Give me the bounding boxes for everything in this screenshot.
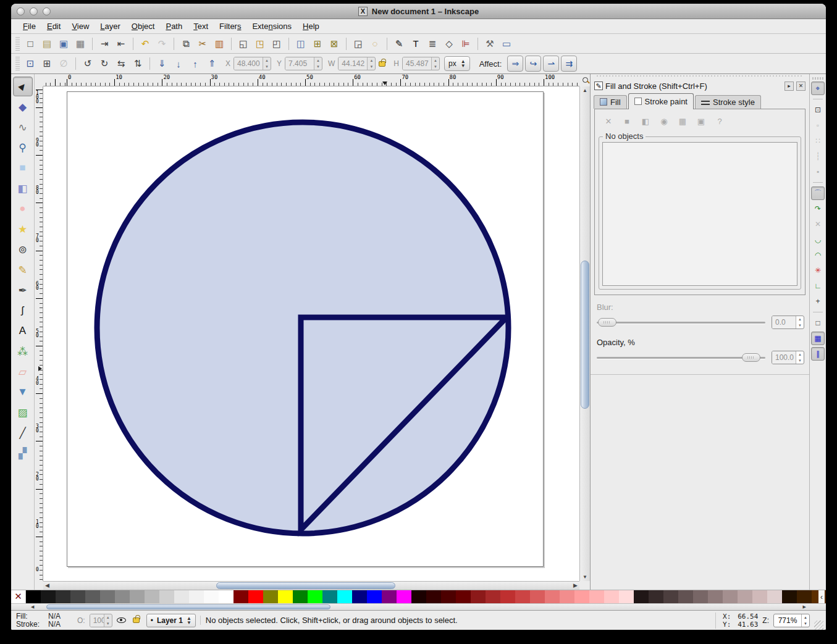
snap-page-border-toggle[interactable]: □: [811, 316, 825, 330]
duplicate-icon[interactable]: ◫: [293, 36, 309, 52]
palette-swatch[interactable]: [456, 590, 471, 603]
create-clone-icon[interactable]: ⊞: [309, 36, 326, 52]
opacity-slider[interactable]: [597, 353, 765, 362]
deselect-icon[interactable]: ∅: [56, 56, 72, 72]
drawing-canvas[interactable]: [43, 86, 579, 581]
lower-to-bottom-icon[interactable]: ⇓: [154, 56, 170, 72]
palette-swatch[interactable]: [515, 590, 530, 603]
palette-swatch[interactable]: [797, 590, 812, 603]
palette-swatch[interactable]: [619, 590, 634, 603]
palette-swatch[interactable]: [500, 590, 515, 603]
rotate-ccw-icon[interactable]: ↺: [80, 56, 96, 72]
horizontal-scrollbar[interactable]: ◀ ▶: [43, 581, 579, 590]
horizontal-scrollbar-thumb[interactable]: [216, 582, 395, 589]
layer-select[interactable]: • Layer 1 ▲▼: [146, 614, 196, 627]
scroll-down-arrow[interactable]: ▼: [580, 574, 590, 580]
pattern-button[interactable]: ▦: [675, 114, 690, 128]
redo-icon[interactable]: ↷: [154, 36, 170, 52]
lower-one-step-icon[interactable]: ↓: [170, 56, 187, 72]
3dbox-tool[interactable]: ◧: [13, 178, 33, 198]
menu-item[interactable]: View: [66, 20, 95, 33]
palette-swatch[interactable]: [767, 590, 782, 603]
menu-item[interactable]: Object: [126, 20, 161, 33]
dropper-tool[interactable]: ╱: [13, 423, 33, 443]
tab-fill[interactable]: Fill: [594, 95, 627, 109]
document-properties-icon[interactable]: ▭: [498, 36, 515, 52]
select-original-icon[interactable]: ◲: [350, 36, 366, 52]
select-all-icon[interactable]: ⊡: [22, 56, 38, 72]
scale-rounded-corners-toggle[interactable]: ↪: [525, 56, 541, 72]
palette-swatch[interactable]: [70, 590, 85, 603]
dock-close-button[interactable]: ✕: [796, 82, 805, 91]
zoom-page-icon[interactable]: ◰: [269, 36, 285, 52]
palette-swatch[interactable]: [263, 590, 278, 603]
preferences-icon[interactable]: ⚒: [482, 36, 498, 52]
new-document-icon[interactable]: □: [22, 36, 38, 52]
menu-item[interactable]: Edit: [41, 20, 66, 33]
fill-stroke-dialog-icon[interactable]: ✎: [391, 36, 407, 52]
text-dialog-icon[interactable]: T: [408, 36, 424, 52]
palette-swatch[interactable]: [426, 590, 441, 603]
eraser-tool[interactable]: ▱: [13, 362, 33, 382]
scale-stroke-width-toggle[interactable]: ⇒: [507, 56, 523, 72]
rotate-cw-icon[interactable]: ↻: [96, 56, 112, 72]
palette-swatch[interactable]: [634, 590, 649, 603]
connector-tool[interactable]: ▞: [13, 443, 33, 463]
unlink-clone-icon[interactable]: ⊠: [326, 36, 342, 52]
select-all-layers-icon[interactable]: ⊞: [39, 56, 55, 72]
raise-one-step-icon[interactable]: ↑: [187, 56, 203, 72]
zoom-selection-icon[interactable]: ◱: [235, 36, 251, 52]
snap-bbox-corners-toggle[interactable]: ∷: [811, 134, 825, 148]
scroll-left-arrow[interactable]: ◀: [45, 582, 49, 588]
dock-expand-button[interactable]: ▸: [784, 82, 794, 91]
palette-scroll-left-button[interactable]: ‹: [818, 590, 825, 603]
tab-stroke-style[interactable]: Stroke style: [695, 95, 761, 109]
palette-swatch[interactable]: [130, 590, 145, 603]
layer-lock-icon[interactable]: [133, 617, 140, 623]
undo-icon[interactable]: ↶: [137, 36, 153, 52]
y-field[interactable]: 7.405▲▼: [285, 57, 322, 70]
tab-stroke-paint[interactable]: Stroke paint: [628, 93, 694, 109]
palette-swatch[interactable]: [159, 590, 174, 603]
linear-gradient-button[interactable]: ◧: [638, 114, 653, 128]
no-paint-button[interactable]: ✕: [601, 114, 616, 128]
palette-swatch[interactable]: [145, 590, 159, 603]
opacity-slider-handle[interactable]: [742, 353, 760, 362]
raise-to-top-icon[interactable]: ⇑: [204, 56, 220, 72]
palette-swatch[interactable]: [723, 590, 738, 603]
palette-swatch[interactable]: [752, 590, 767, 603]
import-icon[interactable]: ⇥: [96, 36, 112, 52]
layer-visibility-eye-icon[interactable]: [117, 617, 126, 623]
cut-icon[interactable]: ✂: [195, 36, 211, 52]
palette-swatch[interactable]: [115, 590, 130, 603]
spray-tool[interactable]: ⁂: [13, 341, 33, 361]
paste-icon[interactable]: ▥: [211, 36, 227, 52]
width-field[interactable]: 44.142▲▼: [338, 57, 376, 70]
blur-value-field[interactable]: 0.0▲▼: [772, 316, 804, 329]
palette-scrollbar[interactable]: ◀ ▶: [11, 603, 826, 610]
snap-bbox-midpoints-toggle[interactable]: ┆: [811, 149, 825, 163]
height-field[interactable]: 45.487▲▼: [402, 57, 440, 70]
menu-item[interactable]: Layer: [95, 20, 126, 33]
snap-path-intersections-toggle[interactable]: ✕: [811, 217, 825, 231]
snap-bbox-toggle[interactable]: ⊡: [811, 103, 825, 117]
layers-dialog-icon[interactable]: ≣: [424, 36, 440, 52]
palette-swatch[interactable]: [56, 590, 70, 603]
object-opacity-field[interactable]: 100▲▼: [90, 614, 112, 627]
gradient-tool[interactable]: ▨: [13, 403, 33, 422]
palette-swatch[interactable]: [219, 590, 233, 603]
snap-bbox-edges-toggle[interactable]: ▫: [811, 119, 825, 132]
ellipse-tool[interactable]: ●: [13, 199, 33, 219]
pencil-tool[interactable]: ✎: [13, 260, 33, 280]
palette-swatch[interactable]: [382, 590, 397, 603]
palette-swatch[interactable]: [204, 590, 219, 603]
rectangle-tool[interactable]: ■: [13, 158, 33, 178]
palette-swatch[interactable]: [322, 590, 337, 603]
fill-stroke-indicator[interactable]: Fill: N/A Stroke: N/A: [14, 613, 73, 629]
snap-cusp-nodes-toggle[interactable]: ◡: [811, 233, 825, 246]
palette-swatch[interactable]: [708, 590, 723, 603]
palette-swatch[interactable]: [100, 590, 115, 603]
palette-swatch[interactable]: [189, 590, 204, 603]
palette-swatch[interactable]: [604, 590, 619, 603]
palette-swatch[interactable]: [352, 590, 367, 603]
